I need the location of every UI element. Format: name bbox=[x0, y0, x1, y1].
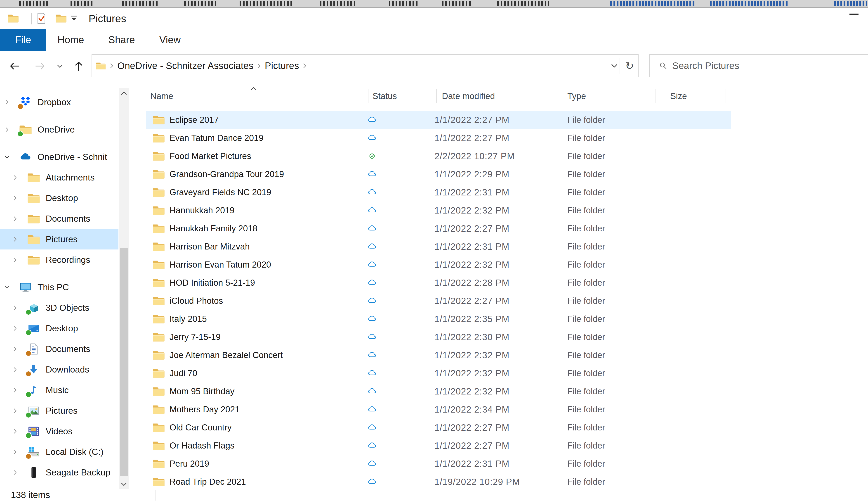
file-row[interactable]: Mom 95 Birthday 1/1/2022 2:32 PM File fo… bbox=[128, 382, 868, 400]
chevron-down-icon[interactable] bbox=[4, 153, 10, 160]
file-row[interactable]: Old Car Country 1/1/2022 2:27 PM File fo… bbox=[128, 418, 868, 437]
chevron-right-icon[interactable] bbox=[12, 366, 19, 373]
address-dropdown-icon[interactable] bbox=[610, 62, 619, 70]
breadcrumb-separator-icon[interactable] bbox=[301, 62, 308, 69]
sidebar-item[interactable]: Downloads bbox=[0, 359, 119, 380]
sidebar-item[interactable]: OneDrive - Schnit bbox=[0, 147, 119, 167]
file-row[interactable]: Harrison Evan Tatum 2020 1/1/2022 2:32 P… bbox=[128, 256, 868, 274]
file-row[interactable]: Evan Tatum Dance 2019 1/1/2022 2:27 PM F… bbox=[128, 129, 868, 147]
chevron-right-icon[interactable] bbox=[12, 195, 19, 202]
sidebar-item[interactable]: Seagate Backup bbox=[0, 462, 119, 483]
recent-locations-dropdown-icon[interactable] bbox=[56, 62, 64, 70]
chevron-right-icon[interactable] bbox=[12, 256, 19, 263]
tab-share[interactable]: Share bbox=[100, 29, 143, 51]
breadcrumb-root[interactable]: OneDrive - Schnitzer Associates bbox=[117, 61, 253, 71]
file-row[interactable]: Judi 70 1/1/2022 2:32 PM File folder bbox=[128, 364, 868, 382]
forward-button[interactable] bbox=[34, 60, 46, 72]
sidebar-item[interactable]: Documents bbox=[0, 208, 119, 229]
chevron-right-icon[interactable] bbox=[4, 99, 10, 106]
breadcrumb-leaf[interactable]: Pictures bbox=[265, 61, 299, 71]
column-separator[interactable] bbox=[553, 89, 553, 103]
file-row[interactable]: Harrison Bar Mitzvah 1/1/2022 2:31 PM Fi… bbox=[128, 237, 868, 256]
file-date-modified: 1/1/2022 2:27 PM bbox=[435, 220, 509, 237]
file-row[interactable]: Food Market Pictures 2/2/2022 10:27 PM F… bbox=[128, 147, 868, 165]
sidebar-item[interactable]: This PC bbox=[0, 277, 119, 297]
file-row[interactable]: Graveyard Fields NC 2019 1/1/2022 2:31 P… bbox=[128, 183, 868, 201]
chevron-right-icon[interactable] bbox=[4, 126, 10, 133]
chevron-right-icon[interactable] bbox=[12, 305, 19, 311]
chevron-right-icon[interactable] bbox=[12, 448, 19, 455]
column-header-name[interactable]: Name bbox=[150, 88, 173, 104]
column-header-status[interactable]: Status bbox=[373, 88, 397, 104]
refresh-icon[interactable]: ↻ bbox=[621, 60, 638, 72]
file-row[interactable]: Italy 2015 1/1/2022 2:35 PM File folder bbox=[128, 310, 868, 328]
chevron-right-icon[interactable] bbox=[12, 325, 19, 332]
qat-new-folder-button[interactable] bbox=[55, 12, 67, 24]
sidebar-item-icon bbox=[27, 466, 40, 479]
search-box[interactable] bbox=[649, 54, 868, 77]
column-separator[interactable] bbox=[368, 89, 369, 103]
sidebar-item[interactable]: 3D Objects bbox=[0, 297, 119, 318]
address-bar[interactable]: OneDrive - Schnitzer Associates Pictures… bbox=[91, 54, 639, 77]
file-row[interactable]: Peru 2019 1/1/2022 2:31 PM File folder bbox=[128, 455, 868, 473]
chevron-right-icon[interactable] bbox=[12, 407, 19, 414]
tab-view[interactable]: View bbox=[149, 29, 191, 51]
sidebar-item[interactable]: Desktop bbox=[0, 318, 119, 339]
chevron-down-icon[interactable] bbox=[4, 284, 10, 291]
chevron-right-icon[interactable] bbox=[12, 469, 19, 476]
sidebar-item[interactable]: Pictures bbox=[0, 229, 119, 249]
minimize-button[interactable] bbox=[849, 13, 858, 15]
sidebar-item[interactable]: OneDrive bbox=[0, 119, 119, 140]
file-date-modified: 1/1/2022 2:32 PM bbox=[435, 382, 509, 400]
sync-badge-icon bbox=[25, 412, 32, 418]
sidebar-item[interactable]: Attachments bbox=[0, 167, 119, 188]
sidebar-item[interactable]: Recordings bbox=[0, 249, 119, 270]
file-date-modified: 1/1/2022 2:27 PM bbox=[435, 129, 509, 147]
sidebar-item[interactable]: Music bbox=[0, 380, 119, 400]
search-input[interactable] bbox=[672, 60, 868, 72]
column-header-size[interactable]: Size bbox=[670, 88, 687, 104]
address-divider bbox=[619, 58, 620, 74]
chevron-right-icon[interactable] bbox=[12, 215, 19, 222]
scroll-down-icon[interactable] bbox=[120, 480, 128, 488]
sidebar-item[interactable]: Desktop bbox=[0, 188, 119, 208]
scrollbar-thumb[interactable] bbox=[120, 248, 128, 476]
column-separator[interactable] bbox=[726, 89, 726, 103]
scroll-up-icon[interactable] bbox=[120, 89, 128, 97]
chevron-right-icon[interactable] bbox=[12, 387, 19, 394]
qat-customize-dropdown-icon[interactable] bbox=[69, 13, 79, 23]
breadcrumb-separator-icon[interactable] bbox=[256, 62, 262, 69]
file-row[interactable]: Hannukkah 2019 1/1/2022 2:32 PM File fol… bbox=[128, 201, 868, 220]
column-separator[interactable] bbox=[656, 89, 656, 103]
sidebar-item[interactable]: Dropbox bbox=[0, 92, 119, 113]
chevron-right-icon[interactable] bbox=[12, 428, 19, 435]
file-row[interactable]: Jerry 7-15-19 1/1/2022 2:30 PM File fold… bbox=[128, 328, 868, 346]
column-header-type[interactable]: Type bbox=[567, 88, 586, 104]
sidebar-item[interactable]: Videos bbox=[0, 421, 119, 441]
sidebar-item[interactable]: Documents bbox=[0, 339, 119, 359]
qat-properties-button[interactable] bbox=[35, 12, 47, 25]
breadcrumb-separator-icon[interactable] bbox=[108, 62, 115, 69]
file-row[interactable]: Grandson-Grandpa Tour 2019 1/1/2022 2:29… bbox=[128, 165, 868, 183]
sidebar-item[interactable]: Local Disk (C:) bbox=[0, 441, 119, 462]
file-row[interactable]: Eclipse 2017 1/1/2022 2:27 PM File folde… bbox=[128, 111, 868, 129]
file-row[interactable]: Mothers Day 2021 1/1/2022 2:34 PM File f… bbox=[128, 400, 868, 418]
file-row[interactable]: HOD Initiation 5-21-19 1/1/2022 2:28 PM … bbox=[128, 274, 868, 292]
file-row[interactable]: iCloud Photos 1/1/2022 2:27 PM File fold… bbox=[128, 292, 868, 310]
chevron-right-icon[interactable] bbox=[12, 174, 19, 181]
sidebar-item[interactable]: Pictures bbox=[0, 400, 119, 421]
file-row[interactable]: Hanukkah Family 2018 1/1/2022 2:27 PM Fi… bbox=[128, 220, 868, 237]
cloud-status-icon bbox=[367, 133, 377, 143]
file-row[interactable]: Joe Alterman Bezalel Concert 1/1/2022 2:… bbox=[128, 346, 868, 364]
tab-file[interactable]: File bbox=[0, 29, 46, 51]
up-button[interactable] bbox=[73, 60, 85, 72]
column-separator[interactable] bbox=[436, 89, 437, 103]
tab-home[interactable]: Home bbox=[49, 29, 92, 51]
back-button[interactable] bbox=[9, 60, 20, 72]
file-name: Eclipse 2017 bbox=[169, 111, 219, 129]
column-header-date-modified[interactable]: Date modified bbox=[442, 88, 495, 104]
chevron-right-icon[interactable] bbox=[12, 345, 19, 352]
file-row[interactable]: Or Hadash Flags 1/1/2022 2:27 PM File fo… bbox=[128, 437, 868, 455]
chevron-right-icon[interactable] bbox=[12, 236, 19, 243]
file-row[interactable]: Road Trip Dec 2021 1/19/2022 10:29 PM Fi… bbox=[128, 473, 868, 489]
